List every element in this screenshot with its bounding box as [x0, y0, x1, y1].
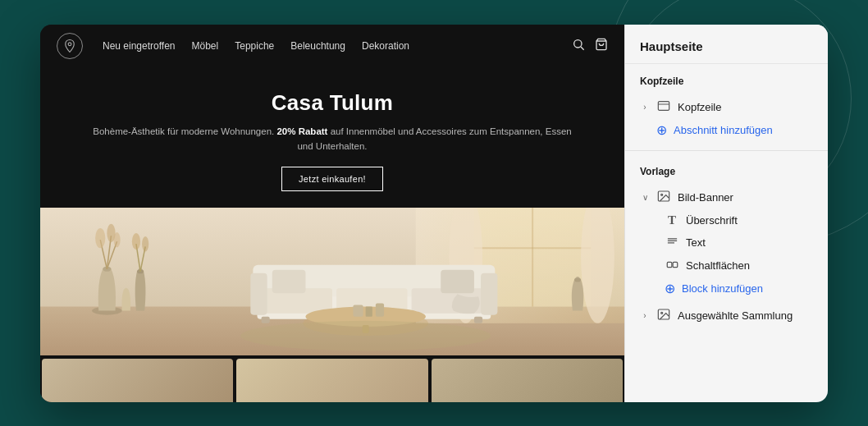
thumbnail-1[interactable]: [42, 359, 233, 401]
kopfzeile-label: Kopfzeile: [640, 76, 813, 87]
thumbnail-2[interactable]: [236, 359, 427, 401]
add-block-label[interactable]: Block hinzufügen: [682, 282, 763, 295]
text-item[interactable]: Text: [665, 231, 813, 254]
text-label: Text: [686, 236, 706, 249]
bild-banner-label: Bild-Banner: [678, 191, 733, 204]
ausgewahlte-sammlung-item[interactable]: › Ausgewählte Sammlung: [640, 304, 813, 328]
schaltflachen-icon: [665, 259, 679, 273]
add-section-icon: ⊕: [656, 124, 667, 137]
add-section-button[interactable]: ⊕ Abschnitt hinzufügen: [640, 119, 813, 142]
hero-image: [40, 208, 624, 355]
bild-banner-children: T Überschrift Text Schaltflächen ⊕: [640, 209, 813, 300]
svg-point-24: [142, 236, 148, 251]
thumbnail-row: [40, 355, 624, 401]
hero-subtitle: Bohème-Ästhetik für moderne Wohnungen. 2…: [89, 124, 575, 154]
kopfzeile-item-label: Kopfzeile: [678, 101, 721, 113]
sammlung-label: Ausgewählte Sammlung: [678, 309, 793, 322]
svg-point-22: [132, 233, 140, 250]
vorlage-section: Vorlage ∨ Bild-Banner T Überschrift: [625, 154, 828, 332]
svg-point-19: [114, 232, 121, 247]
nav-link-dekoration[interactable]: Dekoration: [362, 40, 409, 52]
cart-icon[interactable]: [595, 38, 608, 54]
logo[interactable]: [57, 33, 83, 59]
vorlage-label: Vorlage: [640, 166, 813, 177]
schaltflachen-item[interactable]: Schaltflächen: [665, 254, 813, 277]
collapse-arrow: ∨: [640, 193, 650, 202]
main-window: Neu eingetroffen Möbel Teppiche Beleucht…: [40, 25, 828, 402]
website-preview: Neu eingetroffen Möbel Teppiche Beleucht…: [40, 25, 624, 402]
svg-rect-35: [441, 270, 474, 293]
svg-rect-32: [262, 317, 270, 323]
hero-title: Casa Tulum: [89, 90, 575, 116]
svg-point-54: [661, 312, 663, 314]
nav-icons: [572, 38, 608, 54]
svg-point-15: [95, 228, 105, 248]
add-block-icon: ⊕: [665, 282, 675, 295]
svg-rect-31: [481, 273, 497, 315]
nav-link-new[interactable]: Neu eingetroffen: [103, 40, 176, 52]
svg-point-0: [68, 42, 71, 45]
svg-rect-38: [353, 305, 363, 317]
schaltflachen-label: Schaltflächen: [686, 259, 750, 272]
add-section-label[interactable]: Abschnitt hinzufügen: [674, 124, 773, 136]
svg-rect-52: [673, 262, 678, 267]
bild-banner-item[interactable]: ∨ Bild-Banner: [640, 186, 813, 209]
uberschrift-label: Überschrift: [686, 214, 738, 227]
nav-link-mobel[interactable]: Möbel: [192, 40, 219, 52]
hero-section: Casa Tulum Bohème-Ästhetik für moderne W…: [40, 67, 624, 208]
nav-link-teppiche[interactable]: Teppiche: [235, 40, 274, 52]
search-icon[interactable]: [572, 38, 585, 54]
bild-banner-icon: [656, 190, 671, 205]
editor-panel: Hauptseite Kopfzeile › Kopfzeile ⊕ Absch…: [624, 25, 828, 402]
panel-header: Hauptseite: [625, 25, 828, 64]
svg-rect-51: [667, 262, 672, 267]
svg-point-43: [574, 278, 581, 282]
nav-links: Neu eingetroffen Möbel Teppiche Beleucht…: [103, 40, 552, 52]
svg-rect-30: [250, 273, 267, 315]
expand-arrow: ›: [640, 103, 650, 112]
svg-rect-40: [376, 304, 384, 317]
nav-link-beleuchtung[interactable]: Beleuchtung: [290, 40, 345, 52]
svg-rect-44: [658, 101, 669, 110]
sammlung-icon: [656, 308, 671, 323]
kopfzeile-section: Kopfzeile › Kopfzeile ⊕ Abschnitt hinzuf…: [625, 64, 828, 147]
svg-rect-39: [366, 307, 372, 317]
nav-bar: Neu eingetroffen Möbel Teppiche Beleucht…: [40, 25, 624, 67]
svg-point-42: [240, 321, 491, 351]
expand-arrow-2: ›: [640, 311, 650, 320]
kopfzeile-icon: [656, 99, 671, 115]
kopfzeile-item[interactable]: › Kopfzeile: [640, 95, 813, 119]
shop-button[interactable]: Jetzt einkaufen!: [281, 167, 383, 191]
add-block-button[interactable]: ⊕ Block hinzufügen: [665, 277, 813, 300]
svg-point-1: [574, 39, 582, 47]
svg-rect-34: [272, 270, 306, 293]
uberschrift-icon: T: [665, 213, 679, 227]
svg-line-2: [581, 47, 584, 50]
text-icon: [665, 236, 679, 250]
thumbnail-3[interactable]: [432, 359, 623, 401]
svg-point-47: [661, 194, 663, 195]
svg-rect-33: [474, 317, 482, 323]
uberschrift-item[interactable]: T Überschrift: [665, 209, 813, 231]
